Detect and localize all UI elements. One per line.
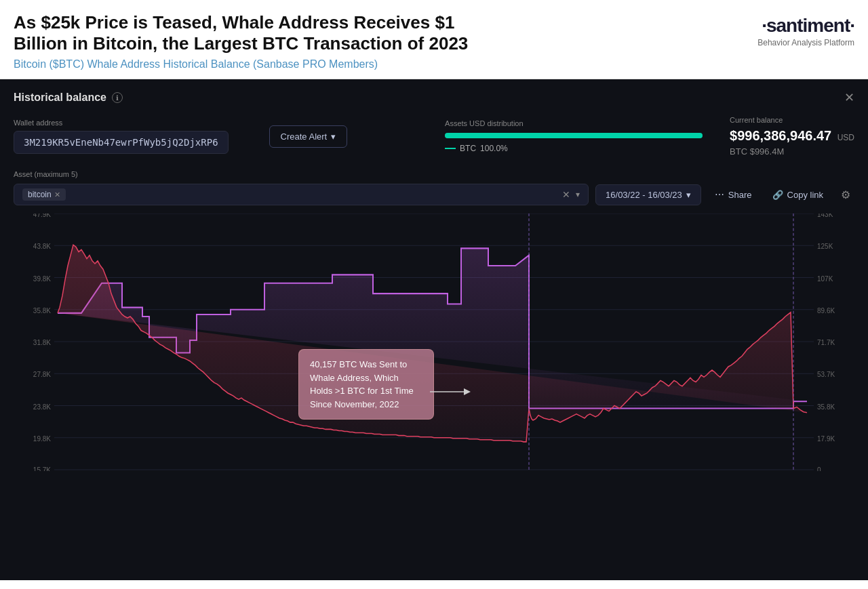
asset-label: Asset (maximum 5) [14, 170, 854, 178]
asset-input[interactable]: bitcoin ✕ ✕ ▾ [14, 184, 589, 205]
svg-text:35.8K: 35.8K [817, 403, 835, 411]
svg-text:125K: 125K [817, 243, 833, 251]
svg-text:19.8K: 19.8K [33, 435, 51, 443]
wallet-label: Wallet address [14, 119, 229, 127]
page-subtitle: Bitcoin ($BTC) Whale Address Historical … [14, 58, 757, 70]
balance-value-row: $996,386,946.47 USD [730, 128, 854, 144]
copy-label: Copy link [787, 190, 823, 200]
balance-section: Current balance $996,386,946.47 USD BTC … [730, 116, 854, 157]
info-icon[interactable]: ℹ [112, 92, 123, 103]
page-header: As $25k Price is Teased, Whale Address R… [0, 0, 868, 79]
logo: ·santiment· Behavior Analysis Platform [757, 12, 854, 47]
svg-text:39.8K: 39.8K [33, 275, 51, 283]
tooltip-text: 40,157 BTC Was Sent to Whale Address, Wh… [310, 359, 414, 409]
svg-text:15.7K: 15.7K [33, 466, 51, 471]
wallet-section: Wallet address 3M219KR5vEneNb47ewrPfWyb5… [14, 119, 229, 154]
share-label: Share [728, 190, 752, 200]
share-icon: ⋯ [715, 189, 724, 200]
distribution-bar-fill [445, 133, 703, 138]
create-alert-button[interactable]: Create Alert ▾ [269, 125, 348, 148]
asset-clear-icon[interactable]: ✕ [562, 189, 570, 200]
distribution-section: Assets USD distribution BTC 100.0% [445, 119, 703, 153]
balance-btc: BTC $996.4M [730, 146, 854, 157]
close-icon[interactable]: ✕ [844, 90, 854, 105]
balance-unit: USD [837, 133, 854, 142]
svg-text:17.9K: 17.9K [817, 435, 835, 443]
logo-subtitle: Behavior Analysis Platform [757, 38, 854, 47]
asset-section: Asset (maximum 5) bitcoin ✕ ✕ ▾ 16/03/22… [14, 170, 854, 205]
asset-tag-name: bitcoin [28, 190, 52, 199]
page-title: As $25k Price is Teased, Whale Address R… [14, 12, 488, 54]
chart-container: 47.9K 43.8K 39.8K 35.8K 31.8K 27.8K 23.8… [14, 214, 854, 471]
svg-marker-42 [464, 388, 471, 395]
copy-link-button[interactable]: 🔗 Copy link [766, 186, 830, 204]
wallet-address: 3M219KR5vEneNb47ewrPfWyb5jQ2DjxRP6 [14, 131, 229, 154]
svg-text:23.8K: 23.8K [33, 403, 51, 411]
share-button[interactable]: ⋯ Share [708, 185, 759, 204]
date-range-value: 16/03/22 - 16/03/23 [606, 190, 682, 200]
legend-line [445, 148, 456, 149]
chevron-down-icon: ▾ [331, 131, 336, 142]
chart-tooltip: 40,157 BTC Was Sent to Whale Address, Wh… [298, 349, 434, 420]
svg-text:71.7K: 71.7K [817, 339, 835, 346]
distribution-bar-bg [445, 133, 703, 138]
balance-value: $996,386,946.47 [730, 128, 831, 143]
chart-svg: 47.9K 43.8K 39.8K 35.8K 31.8K 27.8K 23.8… [14, 214, 854, 471]
tooltip-arrow-svg [430, 382, 471, 402]
distribution-legend: BTC 100.0% [445, 144, 703, 153]
distribution-label: Assets USD distribution [445, 119, 703, 127]
svg-text:31.8K: 31.8K [33, 339, 51, 346]
legend-asset: BTC [460, 144, 476, 153]
panel-title: Historical balance [14, 92, 106, 104]
legend-value: 100.0% [480, 144, 508, 153]
header-left: As $25k Price is Teased, Whale Address R… [14, 12, 757, 70]
asset-controls: bitcoin ✕ ✕ ▾ 16/03/22 - 16/03/23 ▾ ⋯ Sh… [14, 184, 854, 205]
svg-text:35.8K: 35.8K [33, 307, 51, 314]
svg-text:143K: 143K [817, 214, 833, 218]
copy-icon: 🔗 [772, 190, 783, 200]
wallet-row: Wallet address 3M219KR5vEneNb47ewrPfWyb5… [14, 116, 854, 157]
svg-text:43.8K: 43.8K [33, 243, 51, 251]
balance-label: Current balance [730, 116, 854, 124]
settings-icon: ⚙ [841, 189, 850, 201]
panel-header: Historical balance ℹ ✕ [14, 90, 854, 105]
settings-button[interactable]: ⚙ [837, 184, 854, 205]
tag-close-icon[interactable]: ✕ [54, 190, 60, 199]
date-range-dropdown-icon: ▾ [686, 190, 691, 200]
asset-tag: bitcoin ✕ [22, 188, 66, 201]
logo-text: ·santiment· [757, 15, 854, 37]
date-range-button[interactable]: 16/03/22 - 16/03/23 ▾ [595, 184, 701, 205]
panel-title-row: Historical balance ℹ [14, 92, 123, 104]
svg-text:47.9K: 47.9K [33, 214, 51, 218]
svg-text:53.7K: 53.7K [817, 371, 835, 379]
svg-text:0: 0 [817, 466, 821, 471]
svg-text:27.8K: 27.8K [33, 371, 51, 379]
create-alert-label: Create Alert [281, 131, 328, 142]
main-panel: Historical balance ℹ ✕ Wallet address 3M… [0, 79, 868, 580]
svg-text:107K: 107K [817, 275, 833, 283]
svg-text:89.6K: 89.6K [817, 307, 835, 314]
asset-dropdown-arrow-icon[interactable]: ▾ [576, 190, 580, 199]
